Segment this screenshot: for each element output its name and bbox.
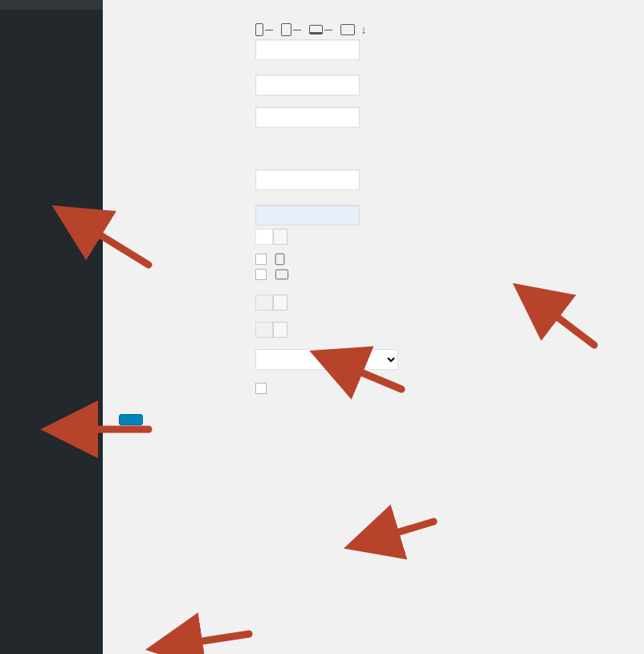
select-images-dropdown[interactable]	[255, 349, 398, 370]
link-label	[119, 142, 255, 147]
checkbox-disabled-desktop[interactable]	[255, 269, 267, 280]
bar-bg-label	[119, 295, 255, 299]
display-on-screen-label	[119, 22, 255, 27]
bar-bg-swatch[interactable]	[255, 295, 273, 311]
save-button[interactable]	[119, 414, 143, 425]
laptop-icon	[309, 25, 323, 35]
tablet-icon	[275, 254, 285, 265]
admin-sidebar	[0, 0, 103, 654]
custom-image-label	[119, 381, 255, 386]
button-color-label	[119, 322, 255, 327]
left-label	[119, 107, 255, 112]
text-color-button[interactable]	[273, 229, 287, 245]
tablet-icon	[281, 23, 291, 36]
display-on-screen-input[interactable]	[255, 39, 360, 60]
settings-panel: ↓	[103, 0, 644, 654]
bar-bg-button[interactable]	[273, 295, 287, 311]
button-color-swatch[interactable]	[255, 322, 273, 338]
arrow-down-icon: ↓	[361, 23, 370, 36]
desktop-icon	[340, 24, 355, 35]
checkbox-disabled-tablet[interactable]	[255, 254, 267, 265]
top-input[interactable]	[255, 75, 360, 95]
checkbox-custom-image[interactable]	[255, 383, 267, 394]
text-label	[119, 205, 255, 209]
select-images-label	[119, 349, 255, 354]
phone-icon	[255, 23, 263, 36]
text-color-swatch[interactable]	[255, 229, 273, 245]
text-input[interactable]	[255, 205, 360, 225]
top-label	[119, 75, 255, 79]
link-input[interactable]	[255, 169, 360, 190]
left-input[interactable]	[255, 107, 360, 128]
button-color-button[interactable]	[273, 322, 287, 338]
desktop-icon	[275, 270, 288, 280]
device-icons-row: ↓	[255, 22, 628, 36]
